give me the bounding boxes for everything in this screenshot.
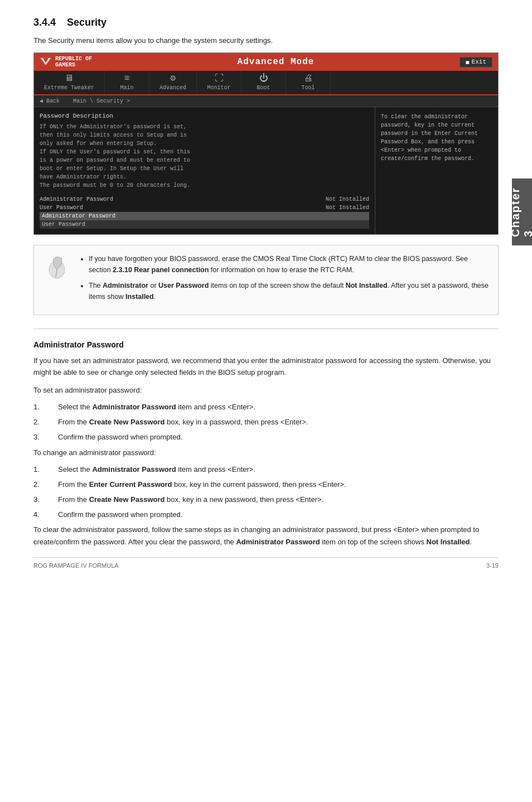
change-steps-list: 1. Select the Administrator Password ite… xyxy=(33,464,499,520)
change-step-3: 3. From the Create New Password box, key… xyxy=(33,494,499,506)
back-label[interactable]: Back xyxy=(46,98,60,104)
nav-tab-boot[interactable]: ⏻ Boot xyxy=(241,71,286,94)
nav-tab-extreme-tweaker[interactable]: 🖥 Extreme Tweaker xyxy=(34,71,105,94)
admin-password-highlight[interactable]: Administrator Password xyxy=(40,212,369,220)
note-box: If you have forgotten your BIOS password… xyxy=(33,245,499,315)
change-step-1: 1. Select the Administrator Password ite… xyxy=(33,464,499,476)
tool-icon: 🖨 xyxy=(304,74,313,83)
section-heading: 3.4.4 Security xyxy=(33,17,499,28)
admin-intro: If you have set an administrator passwor… xyxy=(33,355,499,379)
note-icon xyxy=(43,253,71,281)
admin-password-title: Administrator Password xyxy=(33,340,499,349)
user-password-field[interactable]: User Password Not Installed xyxy=(40,204,369,212)
bios-left-panel: Password Description If ONLY the Adminis… xyxy=(34,107,375,234)
section-intro: The Security menu items allow you to cha… xyxy=(33,36,499,45)
footer-page: 3-19 xyxy=(486,562,499,569)
set-step-3: 3. Confirm the password when prompted. xyxy=(33,432,499,443)
page-footer: ROG RAMPAGE IV FORMULA 3-19 xyxy=(33,557,499,569)
main-icon: ≡ xyxy=(124,74,130,83)
password-description-title: Password Description xyxy=(40,113,369,119)
user-password-highlight[interactable]: User Password xyxy=(40,220,369,229)
bios-breadcrumb: ◀ Back Main \ Security > xyxy=(34,95,498,107)
set-step-1: 1. Select the Administrator Password ite… xyxy=(33,402,499,413)
nav-tab-main[interactable]: ≡ Main xyxy=(105,71,149,94)
footer-product: ROG RAMPAGE IV FORMULA xyxy=(33,562,119,569)
nav-tab-advanced[interactable]: ⚙ Advanced xyxy=(149,71,197,94)
bios-right-panel: To clear the administrator password, key… xyxy=(375,107,498,234)
bios-fields: Administrator Password Not Installed Use… xyxy=(40,195,369,229)
clear-password-text: To clear the administrator password, fol… xyxy=(33,524,499,548)
bios-content: Password Description If ONLY the Adminis… xyxy=(34,107,498,234)
bios-title: Advanced Mode xyxy=(238,57,315,67)
note-item-1: If you have forgotten your BIOS password… xyxy=(89,253,489,276)
nav-tab-tool[interactable]: 🖨 Tool xyxy=(286,71,331,94)
bios-header: REPUBLIC OF GAMERS Advanced Mode ◼ Exit xyxy=(34,53,498,71)
breadcrumb-path: Main \ Security > xyxy=(73,98,130,104)
note-list: If you have forgotten your BIOS password… xyxy=(80,253,489,302)
change-password-label: To change an administrator password: xyxy=(33,447,499,458)
set-password-label: To set an administrator password: xyxy=(33,384,499,396)
bios-nav: 🖥 Extreme Tweaker ≡ Main ⚙ Advanced ⛶ Mo… xyxy=(34,71,498,95)
note-content: If you have forgotten your BIOS password… xyxy=(80,253,489,307)
change-step-2: 2. From the Enter Current Password box, … xyxy=(33,479,499,491)
set-steps-list: 1. Select the Administrator Password ite… xyxy=(33,402,499,443)
bios-screenshot: REPUBLIC OF GAMERS Advanced Mode ◼ Exit … xyxy=(33,52,499,235)
monitor-icon: ⛶ xyxy=(215,74,224,83)
admin-password-section: Administrator Password If you have set a… xyxy=(33,340,499,548)
boot-icon: ⏻ xyxy=(259,74,268,83)
extreme-tweaker-icon: 🖥 xyxy=(65,74,74,83)
change-step-4: 4. Confirm the password when prompted. xyxy=(33,509,499,521)
admin-password-field[interactable]: Administrator Password Not Installed xyxy=(40,195,369,204)
back-arrow-icon: ◀ xyxy=(40,98,43,104)
nav-tab-monitor[interactable]: ⛶ Monitor xyxy=(197,71,241,94)
bios-exit-button[interactable]: ◼ Exit xyxy=(460,57,492,67)
chapter-sidebar: Chapter 3 xyxy=(512,178,532,245)
advanced-icon: ⚙ xyxy=(170,74,176,83)
bios-logo: REPUBLIC OF GAMERS xyxy=(40,56,92,68)
note-item-2: The Administrator or User Password items… xyxy=(89,280,489,302)
section-divider xyxy=(33,328,499,329)
set-step-2: 2. From the Create New Password box, key… xyxy=(33,417,499,428)
password-description-text: If ONLY the Administrator's password is … xyxy=(40,123,369,190)
